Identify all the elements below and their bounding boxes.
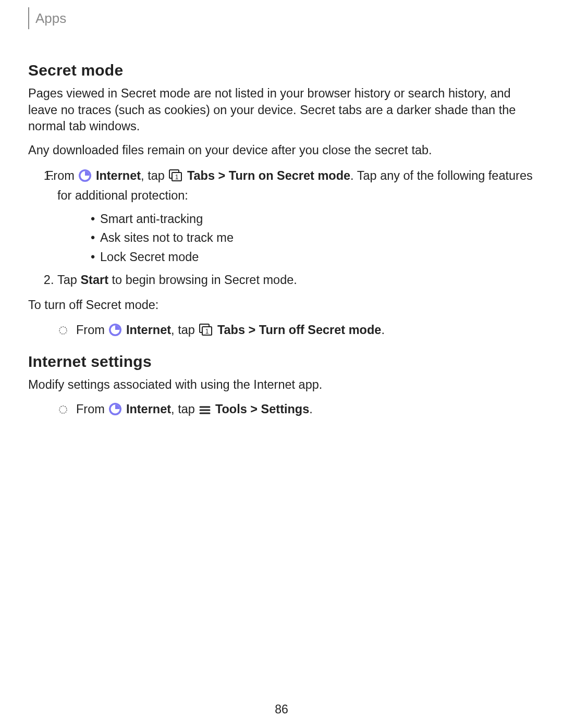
text: to begin browsing in Secret mode. — [108, 273, 297, 287]
tabs-label: Tabs — [187, 169, 215, 182]
feature-bullets: Smart anti-tracking Ask sites not to tra… — [57, 209, 535, 266]
svg-text:1: 1 — [205, 327, 209, 335]
ordered-steps: From Internet, tap 1 Tabs — [28, 167, 535, 289]
turn-off-label: Turn off Secret mode — [259, 323, 382, 337]
list-item: From Internet, tap 1 Tabs > Turn off Sec… — [57, 321, 535, 341]
text: . — [309, 402, 313, 416]
bullet-item: Smart anti-tracking — [91, 209, 535, 228]
sep: > — [247, 402, 261, 416]
internet-label: Internet — [126, 402, 171, 416]
menu-icon — [199, 403, 211, 421]
start-label: Start — [80, 273, 108, 287]
turn-off-steps: From Internet, tap 1 Tabs > Turn off Sec… — [28, 321, 535, 341]
paragraph: Any downloaded files remain on your devi… — [28, 142, 535, 159]
text: From — [76, 323, 108, 337]
internet-icon — [108, 323, 122, 341]
breadcrumb: Apps — [35, 10, 66, 27]
svg-point-5 — [59, 327, 67, 334]
paragraph: Pages viewed in Secret mode are not list… — [28, 85, 535, 135]
text: From — [76, 402, 108, 416]
svg-point-11 — [59, 406, 67, 413]
internet-icon — [108, 402, 122, 421]
internet-icon — [78, 169, 92, 187]
page-number: 86 — [0, 702, 563, 717]
sep: > — [215, 169, 229, 182]
settings-label: Settings — [261, 402, 310, 416]
svg-text:1: 1 — [175, 173, 179, 180]
heading-secret-mode: Secret mode — [28, 61, 535, 79]
step-2: Tap Start to begin browsing in Secret mo… — [57, 272, 535, 289]
bullet-item: Lock Secret mode — [91, 248, 535, 266]
internet-label: Internet — [96, 169, 141, 182]
internet-settings-steps: From Internet, tap Tools > Settings. — [28, 400, 535, 421]
heading-internet-settings: Internet settings — [28, 353, 535, 371]
dotted-circle-icon — [58, 402, 68, 419]
paragraph: To turn off Secret mode: — [28, 297, 535, 314]
text: , tap — [171, 323, 198, 337]
tabs-label: Tabs — [217, 323, 245, 337]
page-header: Apps — [28, 0, 535, 50]
list-item: From Internet, tap Tools > Settings. — [57, 400, 535, 421]
text: Tap — [57, 273, 80, 287]
internet-label: Internet — [126, 323, 171, 337]
header-vertical-rule — [28, 7, 29, 29]
text: , tap — [141, 169, 168, 182]
paragraph: Modify settings associated with using th… — [28, 377, 535, 393]
sep: > — [245, 323, 259, 337]
step-1: From Internet, tap 1 Tabs — [57, 167, 535, 266]
tools-label: Tools — [215, 402, 247, 416]
text: , tap — [171, 402, 198, 416]
tabs-icon: 1 — [199, 323, 213, 341]
text: From — [46, 169, 78, 182]
dotted-circle-icon — [58, 323, 68, 340]
bullet-item: Ask sites not to track me — [91, 228, 535, 247]
tabs-icon: 1 — [168, 169, 183, 187]
turn-on-label: Turn on Secret mode — [229, 169, 350, 182]
text: . — [381, 323, 385, 337]
